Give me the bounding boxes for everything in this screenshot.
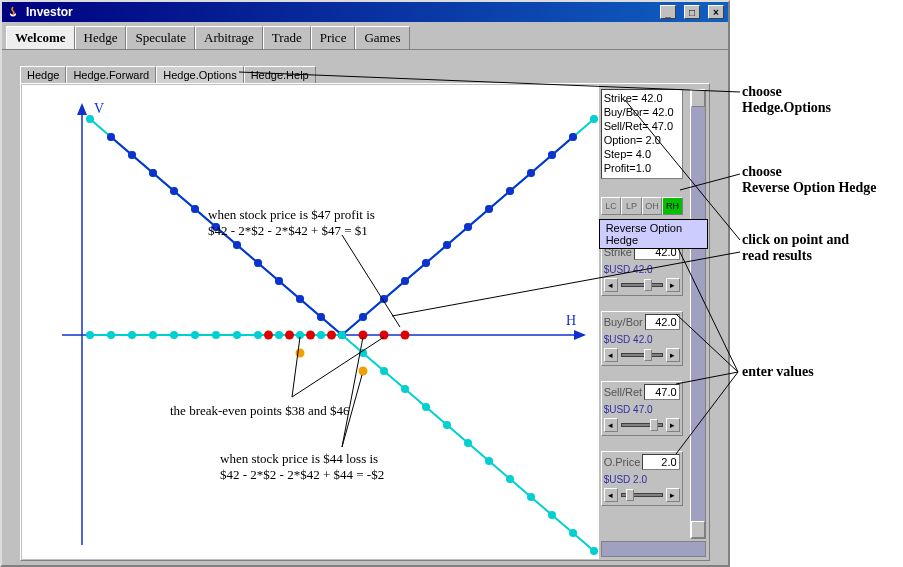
subtab-hedge[interactable]: Hedge [20, 66, 66, 83]
tab-trade[interactable]: Trade [263, 26, 311, 49]
svg-point-59 [233, 331, 241, 339]
horizontal-scrollbar[interactable] [601, 541, 706, 557]
slider-right-icon[interactable]: ▸ [666, 278, 680, 292]
tab-price[interactable]: Price [311, 26, 356, 49]
results-box: Strike= 42.0 Buy/Bor= 42.0 Sell/Ret= 47.… [601, 89, 683, 179]
svg-point-71 [485, 457, 493, 465]
window-title: Investor [26, 5, 73, 19]
tab-hedge[interactable]: Hedge [75, 26, 127, 49]
svg-point-80 [327, 331, 336, 340]
slider-right-icon[interactable]: ▸ [666, 348, 680, 362]
param-buybor-label: Buy/Bor [604, 316, 643, 328]
sellret-input[interactable] [644, 384, 679, 400]
strategy-row: LC LP OH RH [601, 197, 683, 215]
strategy-rh-button[interactable]: RH [662, 197, 683, 215]
svg-point-52 [86, 331, 94, 339]
svg-point-72 [506, 475, 514, 483]
param-oprice-label: O.Price [604, 456, 641, 468]
svg-point-54 [128, 331, 136, 339]
param-sellret-usd: $USD 47.0 [604, 404, 680, 415]
annot-breakeven: the break-even points $38 and $46 [170, 403, 349, 419]
svg-point-67 [401, 385, 409, 393]
param-sellret: Sell/Ret $USD 47.0 ◂ ▸ [601, 381, 683, 436]
svg-point-75 [569, 529, 577, 537]
guide-choose-options: chooseHedge.Options [742, 84, 831, 116]
param-sellret-label: Sell/Ret [604, 386, 643, 398]
svg-point-74 [548, 511, 556, 519]
svg-line-88 [292, 337, 384, 397]
svg-point-53 [107, 331, 115, 339]
guide-enter-values: enter values [742, 364, 814, 380]
buybor-slider[interactable]: ◂ ▸ [604, 347, 680, 363]
subtab-hedge-options[interactable]: Hedge.Options [156, 66, 243, 83]
param-oprice-usd: $USD 2.0 [604, 474, 680, 485]
annot-profit-2: $42 - 2*$2 - 2*$42 + $47 = $1 [208, 223, 368, 239]
guide-click-point: click on point andread results [742, 232, 849, 264]
svg-point-66 [380, 367, 388, 375]
svg-point-79 [306, 331, 315, 340]
close-button[interactable]: × [708, 5, 724, 19]
svg-point-77 [264, 331, 273, 340]
maximize-button[interactable]: □ [684, 5, 700, 19]
svg-point-39 [317, 313, 325, 321]
app-window: Investor _ □ × Welcome Hedge Speculate A… [0, 0, 730, 567]
svg-text:V: V [94, 101, 104, 116]
slider-right-icon[interactable]: ▸ [666, 418, 680, 432]
sub-tabs: Hedge Hedge.Forward Hedge.Options Hedge.… [2, 50, 728, 83]
strategy-oh-button[interactable]: OH [642, 197, 663, 215]
result-option: Option= 2.0 [604, 133, 680, 147]
slider-left-icon[interactable]: ◂ [604, 348, 618, 362]
svg-point-82 [380, 331, 389, 340]
tab-arbitrage[interactable]: Arbitrage [195, 26, 263, 49]
param-buybor: Buy/Bor $USD 42.0 ◂ ▸ [601, 311, 683, 366]
annot-profit-1: when stock price is $47 profit is [208, 207, 375, 223]
buybor-input[interactable] [645, 314, 680, 330]
svg-point-55 [149, 331, 157, 339]
svg-point-36 [254, 259, 262, 267]
svg-point-38 [296, 295, 304, 303]
strategy-lc-button[interactable]: LC [601, 197, 622, 215]
svg-point-32 [170, 187, 178, 195]
svg-point-35 [233, 241, 241, 249]
result-strike: Strike= 42.0 [604, 91, 680, 105]
guide-choose-rh: chooseReverse Option Hedge [742, 164, 877, 196]
svg-point-61 [275, 331, 283, 339]
svg-point-44 [422, 259, 430, 267]
svg-point-37 [275, 277, 283, 285]
svg-line-89 [342, 337, 363, 447]
svg-point-83 [401, 331, 410, 340]
slider-right-icon[interactable]: ▸ [666, 488, 680, 502]
minimize-button[interactable]: _ [660, 5, 676, 19]
svg-point-63 [317, 331, 325, 339]
svg-point-60 [254, 331, 262, 339]
result-buybor: Buy/Bor= 42.0 [604, 105, 680, 119]
slider-left-icon[interactable]: ◂ [604, 488, 618, 502]
sellret-slider[interactable]: ◂ ▸ [604, 417, 680, 433]
tooltip-reverse-option-hedge: Reverse Option Hedge [599, 219, 708, 249]
subtab-hedge-help[interactable]: Hedge.Help [244, 66, 316, 83]
svg-point-28 [590, 115, 598, 123]
tab-games[interactable]: Games [355, 26, 409, 49]
result-step: Step= 4.0 [604, 147, 680, 161]
svg-line-86 [342, 235, 400, 327]
strategy-lp-button[interactable]: LP [621, 197, 642, 215]
svg-point-30 [128, 151, 136, 159]
strike-slider[interactable]: ◂ ▸ [604, 277, 680, 293]
svg-point-50 [548, 151, 556, 159]
tab-welcome[interactable]: Welcome [6, 26, 75, 49]
svg-point-51 [569, 133, 577, 141]
vertical-scrollbar[interactable] [690, 89, 706, 539]
svg-point-46 [464, 223, 472, 231]
slider-left-icon[interactable]: ◂ [604, 418, 618, 432]
java-icon [6, 5, 20, 19]
chart-area[interactable]: VH when stock price is $47 profit is $42… [22, 85, 599, 559]
tab-speculate[interactable]: Speculate [126, 26, 195, 49]
slider-left-icon[interactable]: ◂ [604, 278, 618, 292]
svg-point-31 [149, 169, 157, 177]
oprice-input[interactable] [642, 454, 679, 470]
svg-point-48 [506, 187, 514, 195]
subtab-hedge-forward[interactable]: Hedge.Forward [66, 66, 156, 83]
result-sellret: Sell/Ret= 47.0 [604, 119, 680, 133]
oprice-slider[interactable]: ◂ ▸ [604, 487, 680, 503]
svg-point-56 [170, 331, 178, 339]
